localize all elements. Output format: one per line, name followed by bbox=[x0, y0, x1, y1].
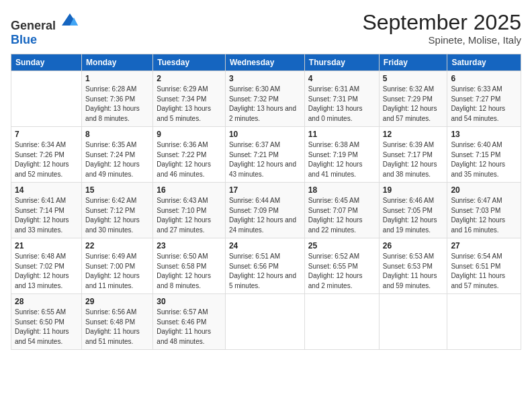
calendar-cell: 24Sunrise: 6:51 AMSunset: 6:56 PMDayligh… bbox=[225, 238, 304, 294]
day-number: 18 bbox=[308, 185, 375, 195]
day-info: Sunrise: 6:45 AMSunset: 7:07 PMDaylight:… bbox=[308, 196, 375, 235]
day-number: 4 bbox=[308, 74, 375, 83]
day-info: Sunrise: 6:49 AMSunset: 7:00 PMDaylight:… bbox=[85, 252, 149, 291]
calendar-cell: 22Sunrise: 6:49 AMSunset: 7:00 PMDayligh… bbox=[82, 238, 153, 294]
day-number: 22 bbox=[85, 241, 149, 250]
day-info: Sunrise: 6:34 AMSunset: 7:26 PMDaylight:… bbox=[15, 140, 78, 179]
day-number: 1 bbox=[85, 74, 149, 83]
page-header: General Blue September 2025 Spinete, Mol… bbox=[11, 11, 521, 47]
day-info: Sunrise: 6:43 AMSunset: 7:10 PMDaylight:… bbox=[157, 196, 222, 235]
day-number: 9 bbox=[157, 130, 222, 139]
day-info: Sunrise: 6:28 AMSunset: 7:36 PMDaylight:… bbox=[85, 85, 149, 124]
weekday-header: Friday bbox=[379, 54, 447, 71]
day-info: Sunrise: 6:55 AMSunset: 6:50 PMDaylight:… bbox=[15, 308, 78, 347]
calendar-cell: 20Sunrise: 6:47 AMSunset: 7:03 PMDayligh… bbox=[447, 183, 521, 238]
day-number: 27 bbox=[451, 241, 517, 250]
calendar-cell: 8Sunrise: 6:35 AMSunset: 7:24 PMDaylight… bbox=[82, 127, 153, 183]
calendar-cell: 4Sunrise: 6:31 AMSunset: 7:31 PMDaylight… bbox=[304, 71, 379, 127]
calendar-cell: 15Sunrise: 6:42 AMSunset: 7:12 PMDayligh… bbox=[82, 183, 153, 238]
day-number: 14 bbox=[15, 185, 78, 195]
weekday-header: Tuesday bbox=[153, 54, 226, 71]
weekday-header: Wednesday bbox=[225, 54, 304, 71]
day-number: 25 bbox=[308, 241, 375, 250]
day-number: 2 bbox=[157, 74, 222, 83]
day-number: 26 bbox=[383, 241, 444, 250]
day-info: Sunrise: 6:31 AMSunset: 7:31 PMDaylight:… bbox=[308, 85, 375, 124]
weekday-header: Monday bbox=[82, 54, 153, 71]
calendar-cell: 3Sunrise: 6:30 AMSunset: 7:32 PMDaylight… bbox=[225, 71, 304, 127]
calendar-cell: 28Sunrise: 6:55 AMSunset: 6:50 PMDayligh… bbox=[11, 294, 82, 350]
day-info: Sunrise: 6:47 AMSunset: 7:03 PMDaylight:… bbox=[451, 196, 517, 235]
logo: General Blue bbox=[11, 11, 79, 47]
calendar-cell: 29Sunrise: 6:56 AMSunset: 6:48 PMDayligh… bbox=[82, 294, 153, 350]
day-number: 16 bbox=[157, 185, 222, 195]
logo-general: General bbox=[11, 19, 56, 32]
day-info: Sunrise: 6:39 AMSunset: 7:17 PMDaylight:… bbox=[383, 140, 444, 179]
day-number: 17 bbox=[229, 185, 301, 195]
calendar-cell: 13Sunrise: 6:40 AMSunset: 7:15 PMDayligh… bbox=[447, 127, 521, 183]
weekday-header-row: SundayMondayTuesdayWednesdayThursdayFrid… bbox=[11, 54, 521, 71]
calendar-cell: 7Sunrise: 6:34 AMSunset: 7:26 PMDaylight… bbox=[11, 127, 82, 183]
logo-blue: Blue bbox=[11, 33, 37, 46]
calendar-cell bbox=[304, 294, 379, 350]
calendar-cell: 19Sunrise: 6:46 AMSunset: 7:05 PMDayligh… bbox=[379, 183, 447, 238]
day-info: Sunrise: 6:38 AMSunset: 7:19 PMDaylight:… bbox=[308, 140, 375, 179]
day-number: 21 bbox=[15, 241, 78, 250]
day-number: 5 bbox=[383, 74, 444, 83]
calendar-cell: 11Sunrise: 6:38 AMSunset: 7:19 PMDayligh… bbox=[304, 127, 379, 183]
calendar-cell: 16Sunrise: 6:43 AMSunset: 7:10 PMDayligh… bbox=[153, 183, 226, 238]
logo-text: General Blue bbox=[11, 11, 79, 47]
calendar-cell: 14Sunrise: 6:41 AMSunset: 7:14 PMDayligh… bbox=[11, 183, 82, 238]
location-subtitle: Spinete, Molise, Italy bbox=[362, 34, 521, 46]
logo-icon bbox=[60, 11, 79, 30]
day-info: Sunrise: 6:32 AMSunset: 7:29 PMDaylight:… bbox=[383, 85, 444, 124]
title-block: September 2025 Spinete, Molise, Italy bbox=[362, 11, 521, 46]
day-info: Sunrise: 6:44 AMSunset: 7:09 PMDaylight:… bbox=[229, 196, 301, 235]
day-number: 7 bbox=[15, 130, 78, 139]
day-info: Sunrise: 6:37 AMSunset: 7:21 PMDaylight:… bbox=[229, 140, 301, 179]
calendar-cell: 21Sunrise: 6:48 AMSunset: 7:02 PMDayligh… bbox=[11, 238, 82, 294]
day-number: 20 bbox=[451, 185, 517, 195]
day-number: 10 bbox=[229, 130, 301, 139]
calendar-cell: 26Sunrise: 6:53 AMSunset: 6:53 PMDayligh… bbox=[379, 238, 447, 294]
calendar-cell: 30Sunrise: 6:57 AMSunset: 6:46 PMDayligh… bbox=[153, 294, 226, 350]
calendar-week-row: 1Sunrise: 6:28 AMSunset: 7:36 PMDaylight… bbox=[11, 71, 521, 127]
day-info: Sunrise: 6:29 AMSunset: 7:34 PMDaylight:… bbox=[157, 85, 222, 124]
day-info: Sunrise: 6:57 AMSunset: 6:46 PMDaylight:… bbox=[157, 308, 222, 347]
calendar-week-row: 7Sunrise: 6:34 AMSunset: 7:26 PMDaylight… bbox=[11, 127, 521, 183]
day-number: 24 bbox=[229, 241, 301, 250]
day-info: Sunrise: 6:41 AMSunset: 7:14 PMDaylight:… bbox=[15, 196, 78, 235]
calendar-table: SundayMondayTuesdayWednesdayThursdayFrid… bbox=[11, 54, 521, 350]
day-number: 23 bbox=[157, 241, 222, 250]
day-info: Sunrise: 6:36 AMSunset: 7:22 PMDaylight:… bbox=[157, 140, 222, 179]
calendar-cell: 2Sunrise: 6:29 AMSunset: 7:34 PMDaylight… bbox=[153, 71, 226, 127]
calendar-week-row: 21Sunrise: 6:48 AMSunset: 7:02 PMDayligh… bbox=[11, 238, 521, 294]
day-info: Sunrise: 6:56 AMSunset: 6:48 PMDaylight:… bbox=[85, 308, 149, 347]
day-info: Sunrise: 6:35 AMSunset: 7:24 PMDaylight:… bbox=[85, 140, 149, 179]
calendar-cell: 6Sunrise: 6:33 AMSunset: 7:27 PMDaylight… bbox=[447, 71, 521, 127]
calendar-cell bbox=[225, 294, 304, 350]
calendar-cell: 17Sunrise: 6:44 AMSunset: 7:09 PMDayligh… bbox=[225, 183, 304, 238]
weekday-header: Saturday bbox=[447, 54, 521, 71]
calendar-cell: 18Sunrise: 6:45 AMSunset: 7:07 PMDayligh… bbox=[304, 183, 379, 238]
calendar-cell bbox=[379, 294, 447, 350]
weekday-header: Sunday bbox=[11, 54, 82, 71]
day-info: Sunrise: 6:51 AMSunset: 6:56 PMDaylight:… bbox=[229, 252, 301, 291]
day-info: Sunrise: 6:53 AMSunset: 6:53 PMDaylight:… bbox=[383, 252, 444, 291]
day-number: 12 bbox=[383, 130, 444, 139]
day-info: Sunrise: 6:40 AMSunset: 7:15 PMDaylight:… bbox=[451, 140, 517, 179]
calendar-cell: 9Sunrise: 6:36 AMSunset: 7:22 PMDaylight… bbox=[153, 127, 226, 183]
day-info: Sunrise: 6:52 AMSunset: 6:55 PMDaylight:… bbox=[308, 252, 375, 291]
calendar-cell: 10Sunrise: 6:37 AMSunset: 7:21 PMDayligh… bbox=[225, 127, 304, 183]
day-number: 6 bbox=[451, 74, 517, 83]
day-number: 8 bbox=[85, 130, 149, 139]
calendar-week-row: 14Sunrise: 6:41 AMSunset: 7:14 PMDayligh… bbox=[11, 183, 521, 238]
day-number: 15 bbox=[85, 185, 149, 195]
calendar-cell bbox=[447, 294, 521, 350]
day-info: Sunrise: 6:30 AMSunset: 7:32 PMDaylight:… bbox=[229, 85, 301, 124]
day-info: Sunrise: 6:42 AMSunset: 7:12 PMDaylight:… bbox=[85, 196, 149, 235]
day-info: Sunrise: 6:48 AMSunset: 7:02 PMDaylight:… bbox=[15, 252, 78, 291]
calendar-cell: 25Sunrise: 6:52 AMSunset: 6:55 PMDayligh… bbox=[304, 238, 379, 294]
calendar-cell: 5Sunrise: 6:32 AMSunset: 7:29 PMDaylight… bbox=[379, 71, 447, 127]
day-info: Sunrise: 6:54 AMSunset: 6:51 PMDaylight:… bbox=[451, 252, 517, 291]
